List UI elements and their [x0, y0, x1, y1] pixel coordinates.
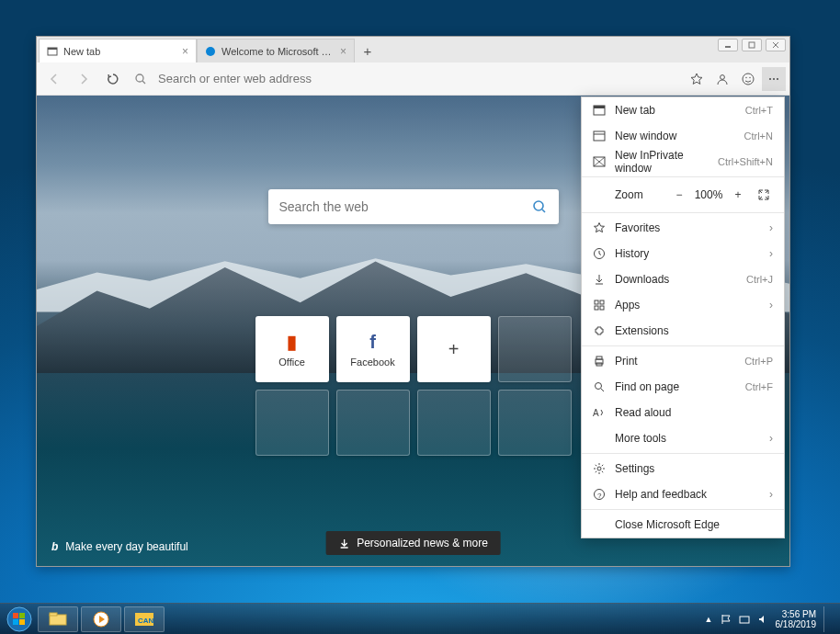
web-search-input[interactable] [279, 199, 531, 214]
browser-window: New tab × Welcome to Microsoft Edge Can … [36, 36, 790, 567]
svg-rect-33 [19, 613, 25, 618]
svg-point-13 [534, 201, 543, 210]
svg-rect-19 [595, 300, 598, 304]
tab-new-tab[interactable]: New tab × [39, 39, 197, 62]
tile-empty[interactable] [255, 390, 329, 456]
tray-network-icon[interactable] [739, 614, 750, 625]
clock-time: 3:56 PM [776, 609, 817, 619]
svg-text:?: ? [597, 492, 602, 500]
start-button[interactable] [4, 604, 35, 635]
tile-label: Facebook [350, 357, 394, 368]
svg-point-4 [206, 47, 215, 56]
window-icon [593, 130, 606, 142]
svg-rect-35 [19, 619, 25, 625]
close-window-button[interactable] [766, 39, 786, 51]
refresh-button[interactable] [99, 65, 127, 93]
tile-empty[interactable] [498, 390, 572, 456]
menu-downloads[interactable]: Downloads Ctrl+J [582, 266, 784, 292]
tile-empty[interactable] [417, 390, 491, 456]
svg-point-9 [749, 76, 750, 77]
tray-volume-icon[interactable] [757, 614, 768, 625]
bing-icon: b [51, 540, 58, 553]
tray-chevron-icon[interactable]: ▲ [705, 615, 713, 624]
menu-settings[interactable]: Settings [582, 456, 784, 481]
tile-office[interactable]: ▮ Office [255, 316, 329, 382]
tab-welcome[interactable]: Welcome to Microsoft Edge Can × [197, 39, 355, 62]
tab-label: New tab [63, 46, 100, 57]
menu-label: Favorites [615, 221, 660, 234]
minimize-button[interactable] [718, 39, 738, 51]
close-tab-icon[interactable]: × [340, 45, 346, 58]
news-button[interactable]: Personalized news & more [325, 531, 501, 555]
inprivate-icon [593, 155, 606, 168]
menu-shortcut: Ctrl+P [744, 356, 773, 367]
news-button-label: Personalized news & more [357, 537, 488, 549]
plus-icon: + [448, 339, 460, 360]
task-explorer[interactable] [38, 606, 78, 632]
menu-history[interactable]: History › [582, 241, 784, 266]
taskbar: CAN ▲ 3:56 PM 6/18/2019 [0, 603, 840, 634]
extensions-icon [593, 324, 606, 337]
menu-new-tab[interactable]: New tab Ctrl+T [582, 97, 784, 123]
menu-extensions[interactable]: Extensions [582, 318, 784, 344]
menu-new-window[interactable]: New window Ctrl+N [582, 123, 784, 149]
menu-label: Apps [615, 299, 640, 311]
menu-inprivate[interactable]: New InPrivate window Ctrl+Shift+N [582, 149, 784, 175]
svg-rect-22 [600, 306, 604, 310]
tile-add[interactable]: + [417, 316, 491, 382]
svg-rect-3 [48, 48, 57, 50]
system-tray[interactable]: ▲ 3:56 PM 6/18/2019 [705, 606, 836, 632]
search-icon [129, 67, 153, 91]
new-tab-button[interactable]: + [355, 39, 380, 62]
menu-label: Close Microsoft Edge [615, 518, 720, 531]
svg-point-26 [596, 383, 602, 390]
svg-rect-15 [594, 106, 605, 108]
zoom-label: Zoom [591, 188, 643, 201]
maximize-button[interactable] [742, 39, 762, 51]
address-input[interactable] [154, 67, 683, 91]
show-desktop-button[interactable] [823, 606, 831, 632]
menu-help[interactable]: ? Help and feedback › [582, 481, 784, 507]
svg-point-7 [743, 74, 754, 85]
tile-facebook[interactable]: f Facebook [336, 316, 410, 382]
zoom-in-button[interactable]: + [727, 184, 749, 206]
find-icon [593, 380, 606, 393]
tile-empty[interactable] [336, 390, 410, 456]
feedback-smiley-icon[interactable] [736, 67, 760, 91]
svg-rect-24 [596, 357, 602, 359]
web-search-box[interactable] [268, 189, 559, 224]
menu-apps[interactable]: Apps › [582, 292, 784, 318]
zoom-out-button[interactable]: − [668, 184, 690, 206]
bing-caption[interactable]: b Make every day beautiful [51, 540, 188, 553]
close-tab-icon[interactable]: × [182, 45, 188, 58]
menu-label: New window [615, 130, 676, 142]
tray-flag-icon[interactable] [721, 614, 732, 625]
tab-label: Welcome to Microsoft Edge Can [221, 46, 335, 57]
fullscreen-button[interactable] [753, 188, 775, 201]
task-media-player[interactable] [81, 606, 121, 632]
download-icon [338, 538, 349, 549]
favorite-star-icon[interactable] [685, 67, 709, 91]
desktop: New tab × Welcome to Microsoft Edge Can … [0, 0, 840, 634]
search-icon[interactable] [531, 198, 548, 215]
svg-point-8 [745, 76, 746, 77]
menu-read-aloud[interactable]: A Read aloud [582, 400, 784, 425]
profile-icon[interactable] [710, 67, 734, 91]
clock[interactable]: 3:56 PM 6/18/2019 [776, 609, 817, 629]
settings-menu-button[interactable] [762, 67, 786, 91]
menu-print[interactable]: Print Ctrl+P [582, 348, 784, 374]
menu-shortcut: Ctrl+Shift+N [718, 156, 773, 167]
menu-label: New tab [615, 104, 655, 117]
bing-caption-text: Make every day beautiful [65, 540, 187, 553]
menu-find[interactable]: Find on page Ctrl+F [582, 374, 784, 400]
tile-empty[interactable] [498, 316, 572, 382]
menu-favorites[interactable]: Favorites › [582, 215, 784, 241]
svg-rect-0 [725, 46, 731, 48]
back-button[interactable] [40, 65, 68, 93]
task-edge-canary[interactable]: CAN [124, 606, 165, 632]
read-aloud-icon: A [593, 406, 606, 419]
menu-close-edge[interactable]: Close Microsoft Edge [582, 512, 784, 538]
menu-more-tools[interactable]: More tools › [582, 425, 784, 451]
forward-button[interactable] [70, 65, 97, 93]
menu-label: Find on page [615, 380, 679, 393]
